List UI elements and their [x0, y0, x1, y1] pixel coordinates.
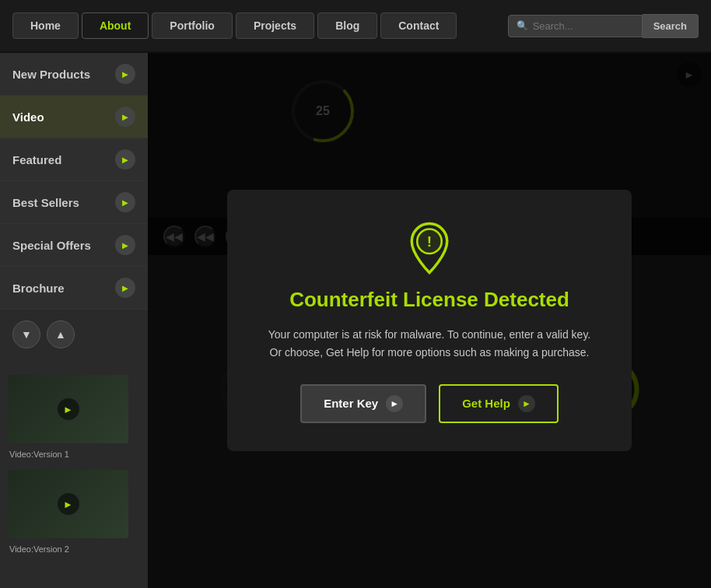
- sidebar-item-special-offers[interactable]: Special Offers ►: [0, 224, 148, 267]
- sidebar-label-new-products: New Products: [12, 68, 90, 81]
- nav-tab-portfolio[interactable]: Portfolio: [152, 12, 233, 39]
- search-input[interactable]: [533, 20, 634, 32]
- enter-key-button[interactable]: Enter Key ►: [300, 384, 426, 423]
- nav-tab-blog[interactable]: Blog: [317, 12, 377, 39]
- enter-key-arrow-icon: ►: [386, 395, 403, 412]
- modal-overlay: ! Counterfeit License Detected Your comp…: [148, 53, 711, 588]
- scroll-up-button[interactable]: ▲: [47, 320, 75, 348]
- sidebar: New Products ► Video ► Featured ► Best S…: [0, 53, 148, 588]
- sidebar-arrow-brochure: ►: [115, 278, 135, 298]
- sidebar-arrow-featured: ►: [115, 149, 135, 170]
- video-label-2: Video:Version 2: [8, 544, 140, 554]
- sidebar-controls: ▼ ▲: [0, 310, 148, 359]
- search-button[interactable]: Search: [643, 14, 699, 38]
- svg-text:!: !: [427, 233, 432, 250]
- get-help-button[interactable]: Get Help ►: [439, 384, 559, 423]
- nav-tab-home[interactable]: Home: [12, 12, 79, 39]
- video-thumbnail-list: ► Video:Version 1 ► Video:Version 2: [0, 367, 148, 572]
- sidebar-label-featured: Featured: [12, 153, 61, 166]
- modal-title: Counterfeit License Detected: [289, 288, 569, 312]
- search-box: 🔍: [508, 15, 643, 37]
- nav-tab-about[interactable]: About: [82, 12, 149, 39]
- video-play-icon-2: ►: [58, 493, 79, 515]
- video-play-icon-1: ►: [58, 398, 79, 420]
- modal-dialog: ! Counterfeit License Detected Your comp…: [227, 190, 632, 451]
- main-layout: New Products ► Video ► Featured ► Best S…: [0, 53, 711, 588]
- sidebar-item-featured[interactable]: Featured ►: [0, 138, 148, 181]
- sidebar-label-special-offers: Special Offers: [12, 239, 91, 252]
- sidebar-label-brochure: Brochure: [12, 282, 65, 295]
- nav-tab-list: Home About Portfolio Projects Blog Conta…: [12, 12, 457, 39]
- sidebar-label-best-sellers: Best Sellers: [12, 196, 79, 209]
- get-help-arrow-icon: ►: [518, 395, 535, 412]
- search-area: 🔍 Search: [508, 14, 699, 38]
- sidebar-arrow-video: ►: [115, 107, 135, 127]
- video-thumb-1[interactable]: ►: [8, 375, 128, 443]
- video-label-1: Video:Version 1: [8, 450, 140, 459]
- sidebar-arrow-new-products: ►: [115, 64, 135, 84]
- nav-tab-contact[interactable]: Contact: [380, 12, 457, 39]
- search-icon: 🔍: [517, 20, 528, 31]
- video-thumb-2[interactable]: ►: [8, 470, 128, 538]
- sidebar-arrow-best-sellers: ►: [115, 192, 135, 212]
- sidebar-item-best-sellers[interactable]: Best Sellers ►: [0, 181, 148, 224]
- modal-buttons: Enter Key ► Get Help ►: [300, 384, 559, 423]
- scroll-down-button[interactable]: ▼: [12, 320, 40, 348]
- warning-icon: !: [402, 221, 457, 275]
- nav-tab-projects[interactable]: Projects: [236, 12, 314, 39]
- sidebar-arrow-special-offers: ►: [115, 235, 135, 255]
- content-area: ► 25 ◀◀ ◀◀ ► ■ ▮▮ ▶▶ ▶▶: [148, 53, 711, 588]
- sidebar-item-video[interactable]: Video ►: [0, 96, 148, 138]
- top-navigation: Home About Portfolio Projects Blog Conta…: [0, 0, 711, 53]
- modal-body: Your computer is at risk for malware. To…: [268, 326, 591, 361]
- sidebar-item-new-products[interactable]: New Products ►: [0, 53, 148, 96]
- sidebar-item-brochure[interactable]: Brochure ►: [0, 267, 148, 310]
- sidebar-label-video: Video: [12, 110, 44, 124]
